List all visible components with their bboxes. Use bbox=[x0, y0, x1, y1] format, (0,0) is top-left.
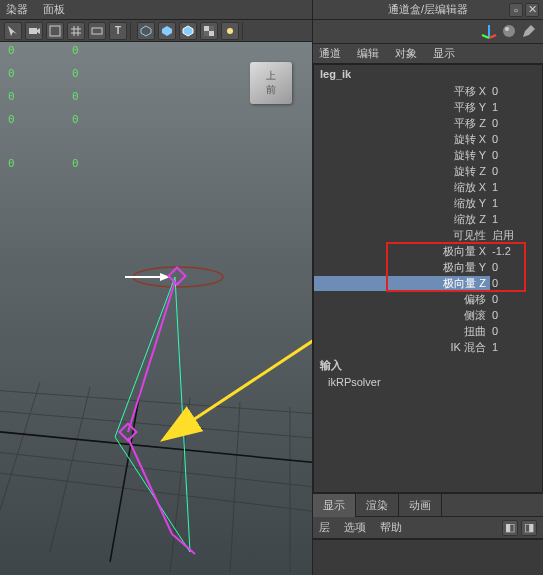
svg-point-36 bbox=[503, 25, 515, 37]
film-gate-icon[interactable] bbox=[88, 22, 106, 40]
add-to-layer-icon[interactable]: ◨ bbox=[521, 520, 537, 536]
svg-line-9 bbox=[0, 447, 312, 492]
grid-icon[interactable] bbox=[67, 22, 85, 40]
attr-twist[interactable]: 扭曲0 bbox=[314, 323, 542, 339]
svg-point-6 bbox=[227, 28, 233, 34]
attr-translate-z[interactable]: 平移 Z0 bbox=[314, 115, 542, 131]
wireframe-icon[interactable] bbox=[137, 22, 155, 40]
select-tool-icon[interactable] bbox=[4, 22, 22, 40]
svg-line-10 bbox=[0, 467, 312, 517]
svg-rect-5 bbox=[209, 31, 214, 36]
viewport-3d[interactable]: 0 0 0 0 0 0 0 0 0 0 上 前 bbox=[0, 42, 312, 575]
left-menu-bar: 染器 面板 bbox=[0, 0, 312, 20]
input-solver[interactable]: ikRPsolver bbox=[314, 376, 542, 388]
viewport-toolbar: T bbox=[0, 20, 312, 42]
menu-renderer[interactable]: 染器 bbox=[6, 2, 28, 17]
divider bbox=[242, 22, 246, 40]
layer-list[interactable] bbox=[313, 539, 543, 575]
svg-rect-0 bbox=[29, 28, 37, 34]
channel-tabs: 通道 编辑 对象 显示 bbox=[313, 44, 543, 64]
attr-translate-y[interactable]: 平移 Y1 bbox=[314, 99, 542, 115]
svg-point-37 bbox=[505, 27, 509, 31]
svg-line-29 bbox=[128, 438, 172, 534]
divider bbox=[130, 22, 134, 40]
menu-layers[interactable]: 层 bbox=[319, 520, 330, 535]
attr-scale-y[interactable]: 缩放 Y1 bbox=[314, 195, 542, 211]
panel-icon-bar bbox=[313, 20, 543, 44]
tab-channels[interactable]: 通道 bbox=[319, 46, 341, 61]
inputs-section[interactable]: 输入 bbox=[314, 355, 542, 376]
layer-editor-tabs: 显示 渲染 动画 bbox=[313, 493, 543, 517]
close-icon[interactable]: ✕ bbox=[525, 3, 539, 17]
object-name[interactable]: leg_ik bbox=[314, 65, 542, 83]
svg-line-34 bbox=[489, 35, 496, 38]
svg-rect-1 bbox=[50, 26, 60, 36]
shaded-icon[interactable] bbox=[158, 22, 176, 40]
svg-rect-26 bbox=[169, 268, 186, 285]
attr-translate-x[interactable]: 平移 X0 bbox=[314, 83, 542, 99]
attr-roll[interactable]: 侧滚0 bbox=[314, 307, 542, 323]
attr-scale-z[interactable]: 缩放 Z1 bbox=[314, 211, 542, 227]
tab-render-layers[interactable]: 渲染 bbox=[356, 494, 399, 517]
undock-icon[interactable]: ▫ bbox=[509, 3, 523, 17]
svg-line-30 bbox=[172, 534, 195, 554]
panel-title-bar: 通道盒/层编辑器 ▫ ✕ bbox=[313, 0, 543, 20]
svg-line-12 bbox=[0, 382, 40, 542]
tab-object[interactable]: 对象 bbox=[395, 46, 417, 61]
tab-display-layers[interactable]: 显示 bbox=[313, 494, 356, 517]
svg-line-35 bbox=[482, 35, 489, 38]
svg-line-19 bbox=[110, 392, 140, 562]
svg-line-32 bbox=[190, 278, 312, 422]
scene-content bbox=[0, 42, 312, 575]
panel-title: 通道盒/层编辑器 bbox=[388, 2, 468, 17]
svg-line-27 bbox=[128, 282, 175, 432]
svg-line-13 bbox=[50, 387, 90, 552]
channel-box-body: leg_ik 平移 X0 平移 Y1 平移 Z0 旋转 X0 旋转 Y0 旋转 … bbox=[313, 64, 543, 493]
menu-help[interactable]: 帮助 bbox=[380, 520, 402, 535]
sphere-icon[interactable] bbox=[501, 23, 517, 41]
svg-line-23 bbox=[115, 277, 175, 437]
attributes-list: 平移 X0 平移 Y1 平移 Z0 旋转 X0 旋转 Y0 旋转 Z0 缩放 X… bbox=[314, 83, 542, 355]
attr-rotate-x[interactable]: 旋转 X0 bbox=[314, 131, 542, 147]
svg-rect-4 bbox=[204, 26, 209, 31]
layer-menu-bar: 层 选项 帮助 ◧ ◨ bbox=[313, 517, 543, 539]
attr-pole-vector-z[interactable]: 极向量 Z0 bbox=[314, 275, 542, 291]
attr-visibility[interactable]: 可见性启用 bbox=[314, 227, 542, 243]
manip-icon[interactable] bbox=[481, 23, 497, 41]
svg-rect-2 bbox=[92, 28, 102, 34]
textured-icon[interactable] bbox=[200, 22, 218, 40]
camera-icon[interactable] bbox=[25, 22, 43, 40]
attr-offset[interactable]: 偏移0 bbox=[314, 291, 542, 307]
attr-rotate-z[interactable]: 旋转 Z0 bbox=[314, 163, 542, 179]
attr-pole-vector-y[interactable]: 极向量 Y0 bbox=[314, 259, 542, 275]
svg-line-16 bbox=[230, 402, 240, 572]
svg-line-11 bbox=[0, 387, 312, 417]
frame-icon[interactable] bbox=[46, 22, 64, 40]
attr-scale-x[interactable]: 缩放 X1 bbox=[314, 179, 542, 195]
attr-rotate-y[interactable]: 旋转 Y0 bbox=[314, 147, 542, 163]
menu-panel[interactable]: 面板 bbox=[43, 2, 65, 17]
shaded-wire-icon[interactable] bbox=[179, 22, 197, 40]
light-icon[interactable] bbox=[221, 22, 239, 40]
text-icon[interactable]: T bbox=[109, 22, 127, 40]
svg-line-18 bbox=[0, 427, 312, 467]
attr-pole-vector-x[interactable]: 极向量 X-1.2 bbox=[314, 243, 542, 259]
channel-box-panel: 通道盒/层编辑器 ▫ ✕ 通道 编辑 对象 显示 leg_ik 平移 X0 平移… bbox=[312, 0, 543, 575]
menu-options[interactable]: 选项 bbox=[344, 520, 366, 535]
new-layer-icon[interactable]: ◧ bbox=[502, 520, 518, 536]
tab-anim-layers[interactable]: 动画 bbox=[399, 494, 442, 517]
left-panel: 染器 面板 T 0 0 0 0 0 0 0 0 0 0 上 前 bbox=[0, 0, 312, 575]
attr-ik-blend[interactable]: IK 混合1 bbox=[314, 339, 542, 355]
tab-show[interactable]: 显示 bbox=[433, 46, 455, 61]
tab-edit[interactable]: 编辑 bbox=[357, 46, 379, 61]
edit-icon[interactable] bbox=[521, 23, 537, 41]
